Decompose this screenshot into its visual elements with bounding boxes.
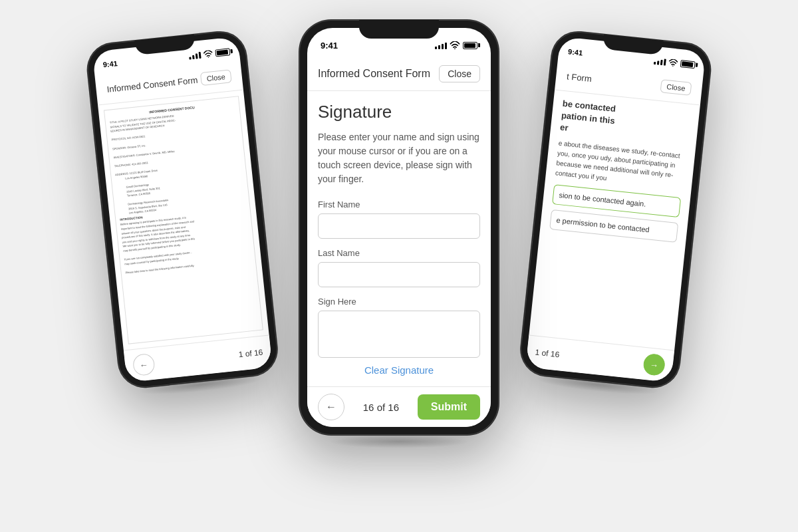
submit-button[interactable]: Submit xyxy=(418,394,480,420)
last-name-input[interactable] xyxy=(318,262,480,287)
time-center: 9:41 xyxy=(321,41,338,51)
next-button-right[interactable]: → xyxy=(642,353,666,376)
page-indicator-right: 1 of 16 xyxy=(535,348,560,360)
header-title-right: t Form xyxy=(567,71,593,84)
status-icons-right xyxy=(654,57,696,68)
document-page: INFORMED CONSENT DOCU TITLE: A PILOT STU… xyxy=(104,96,263,344)
phone-front-center: 9:41 xyxy=(299,20,499,448)
last-name-label: Last Name xyxy=(318,248,480,258)
close-button-center[interactable]: Close xyxy=(439,65,480,82)
wifi-icon-right xyxy=(668,59,678,66)
status-icons-center xyxy=(435,41,477,49)
time-left: 9:41 xyxy=(102,59,118,68)
screen-left: 9:41 xyxy=(92,37,273,382)
signature-body: Signature Please enter your name and sig… xyxy=(307,91,491,386)
notch-center xyxy=(359,20,439,39)
footer-center: ← 16 of 16 Submit xyxy=(307,386,491,427)
first-name-input[interactable] xyxy=(318,213,480,239)
wifi-icon-left xyxy=(203,50,213,58)
consent-description: e about the diseases we study, re-contac… xyxy=(555,138,686,191)
phone-shell-left: 9:41 xyxy=(85,29,280,390)
svg-point-2 xyxy=(454,49,456,49)
signature-title: Signature xyxy=(318,102,480,122)
screen-center: 9:41 xyxy=(307,28,491,427)
battery-left xyxy=(215,48,230,57)
signal-left xyxy=(188,51,201,60)
signal-center xyxy=(435,41,447,49)
svg-point-0 xyxy=(208,57,209,58)
app-header-center: Informed Consent Form Close xyxy=(307,57,491,91)
consent-body: be contactedpation in thiser e about the… xyxy=(529,90,700,350)
first-name-label: First Name xyxy=(318,200,480,209)
document-preview: INFORMED CONSENT DOCU TITLE: A PILOT STU… xyxy=(98,90,269,350)
close-button-right[interactable]: Close xyxy=(660,79,692,96)
battery-right xyxy=(680,60,696,68)
status-icons-left xyxy=(188,47,230,59)
signature-canvas[interactable] xyxy=(318,311,480,358)
shadow-center xyxy=(329,435,469,448)
consent-options: be contactedpation in thiser e about the… xyxy=(536,97,692,342)
back-button-left[interactable]: ← xyxy=(132,353,156,376)
screen-content-right: t Form Close be contactedpation in thise… xyxy=(525,61,703,382)
signature-description: Please enter your name and sign using yo… xyxy=(318,130,480,186)
page-indicator-center: 16 of 16 xyxy=(363,402,399,413)
wifi-icon-center xyxy=(450,41,460,49)
phone-back-right: 9:41 xyxy=(517,29,714,400)
screen-right: 9:41 xyxy=(525,37,706,382)
signal-right xyxy=(654,57,666,66)
svg-point-1 xyxy=(672,65,674,66)
phone-back-left: 9:41 xyxy=(85,29,281,400)
page-indicator-left: 1 of 16 xyxy=(238,348,263,360)
screen-content-center: Informed Consent Form Close Signature Pl… xyxy=(307,57,491,427)
battery-center xyxy=(463,42,477,49)
screen-content-left: Informed Consent Form Close INFORMED CON… xyxy=(94,61,272,382)
back-button-center[interactable]: ← xyxy=(318,394,344,420)
close-button-left[interactable]: Close xyxy=(200,69,232,86)
clear-signature-button[interactable]: Clear Signature xyxy=(318,364,480,376)
header-title-center: Informed Consent Form xyxy=(318,68,430,80)
phone-shell-right: 9:41 xyxy=(518,29,713,390)
phone-shell-center: 9:41 xyxy=(299,20,499,435)
sign-here-label: Sign Here xyxy=(318,297,480,307)
header-title-left: Informed Consent Form xyxy=(106,74,198,94)
time-right: 9:41 xyxy=(568,47,583,57)
